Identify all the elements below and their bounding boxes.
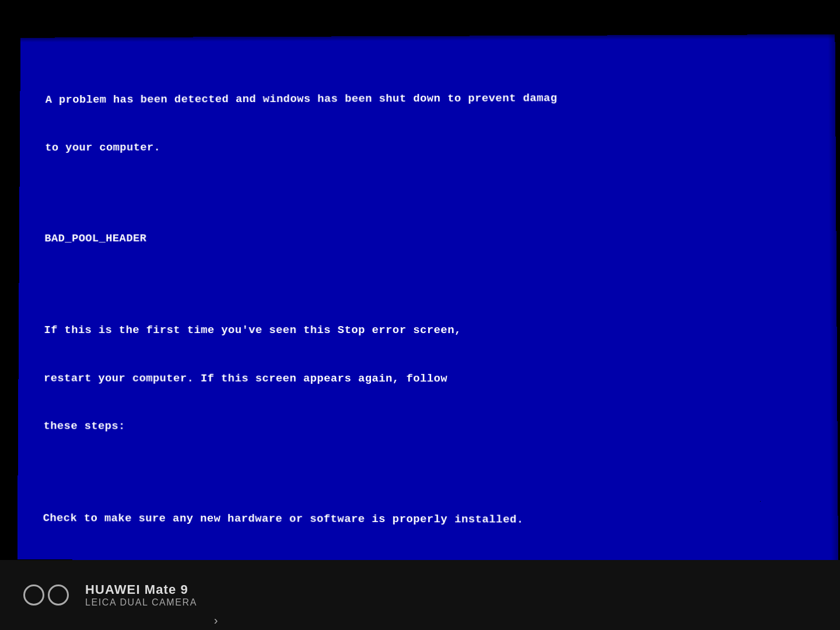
- bsod-line-2: to your computer.: [45, 138, 810, 156]
- chevron-icon: ›: [212, 614, 219, 628]
- camera-lens-label: LEICA DUAL CAMERA: [85, 597, 197, 608]
- bsod-line-3: BAD_POOL_HEADER: [44, 230, 810, 247]
- bsod-line-5: restart your computer. If this screen ap…: [44, 370, 811, 387]
- camera-circle-right: [48, 584, 69, 606]
- camera-circle-left: [23, 584, 44, 606]
- bsod-line-4: If this is the first time you've seen th…: [44, 323, 811, 339]
- camera-info: HUAWEI Mate 9 LEICA DUAL CAMERA: [85, 582, 197, 608]
- camera-model-label: HUAWEI Mate 9: [85, 582, 197, 597]
- camera-circles-icon: [23, 584, 69, 606]
- bsod-line-7: Check to make sure any new hardware or s…: [43, 510, 812, 529]
- outer-container: A problem has been detected and windows …: [0, 0, 840, 630]
- bsod-line-6: these steps:: [44, 419, 812, 436]
- bsod-content: A problem has been detected and windows …: [18, 34, 838, 562]
- bsod-frame: A problem has been detected and windows …: [18, 34, 838, 562]
- bsod-line-1: A problem has been detected and windows …: [46, 90, 810, 108]
- bottom-bar: HUAWEI Mate 9 LEICA DUAL CAMERA ›: [0, 560, 840, 630]
